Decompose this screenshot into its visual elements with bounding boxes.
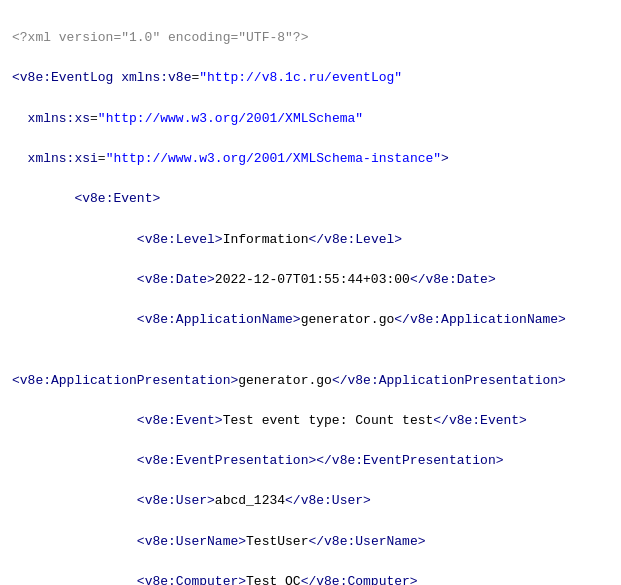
xml-line: <?xml version="1.0" encoding="UTF-8"?> — [12, 28, 609, 48]
xml-content: <?xml version="1.0" encoding="UTF-8"?> <… — [0, 0, 621, 585]
xml-line: <v8e:ApplicationName>generator.go</v8e:A… — [12, 310, 609, 330]
xml-line: <v8e:Date>2022-12-07T01:55:44+03:00</v8e… — [12, 270, 609, 290]
xml-line: <v8e:EventPresentation></v8e:EventPresen… — [12, 451, 609, 471]
xml-line: <v8e:EventLog xmlns:v8e="http://v8.1c.ru… — [12, 68, 609, 88]
xml-line: <v8e:Level>Information</v8e:Level> — [12, 230, 609, 250]
xml-line: xmlns:xs="http://www.w3.org/2001/XMLSche… — [12, 109, 609, 129]
xml-line: <v8e:UserName>TestUser</v8e:UserName> — [12, 532, 609, 552]
xml-line: <v8e:Event>Test event type: Count test</… — [12, 411, 609, 431]
xml-line: <v8e:Event> — [12, 189, 609, 209]
xml-line: xmlns:xsi="http://www.w3.org/2001/XMLSch… — [12, 149, 609, 169]
xml-line: <v8e:User>abcd_1234</v8e:User> — [12, 491, 609, 511]
xml-line: <v8e:ApplicationPresentation>generator.g… — [12, 371, 609, 391]
xml-line: <v8e:Computer>Test OC</v8e:Computer> — [12, 572, 609, 585]
